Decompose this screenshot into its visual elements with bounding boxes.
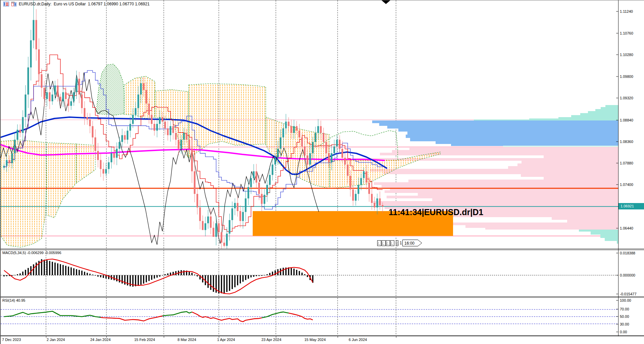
candle-body (347, 164, 349, 176)
candle-body (105, 169, 107, 174)
candle-body (199, 207, 201, 221)
candle-body (304, 146, 306, 155)
candle-body (309, 153, 311, 165)
svg-text:16:00: 16:00 (404, 241, 414, 246)
time-axis-label: 15 May 2024 (304, 338, 326, 342)
candle-body (172, 126, 174, 133)
macd-histogram-bar (296, 270, 297, 275)
macd-histogram-bar (19, 274, 21, 275)
tofu-glyph-box (382, 240, 386, 246)
macd-histogram-bar (291, 268, 292, 275)
macd-histogram-bar (60, 264, 61, 275)
time-axis-tick (338, 336, 338, 338)
candle-body (215, 223, 217, 237)
profile-pink (567, 220, 618, 223)
macd-histogram-bar (283, 268, 284, 275)
macd-histogram-bar (46, 260, 48, 275)
macd-histogram-bar (234, 275, 236, 287)
macd-histogram-bar (97, 275, 99, 277)
price-axis-label: 1.07400 (620, 182, 633, 187)
candle-body (19, 130, 21, 133)
macd-histogram-bar (17, 274, 18, 275)
candle-body (229, 220, 231, 234)
panel-separator[interactable] (1, 296, 644, 297)
profile-cyan-top (474, 119, 618, 120)
price-axis[interactable]: 1.112401.107601.102801.098001.093201.088… (618, 0, 644, 336)
time-axis-label: 7 Dec 2023 (2, 338, 21, 342)
bar-chart-icon[interactable] (11, 2, 17, 6)
candle-body (143, 83, 145, 90)
candle-body (232, 208, 233, 220)
profile-blue (436, 141, 618, 144)
candle-body (95, 137, 96, 151)
macd-histogram-bar (135, 275, 136, 286)
profile-cyan-top (588, 111, 618, 113)
profile-cyan-bottom (600, 235, 618, 238)
panel-separator[interactable] (1, 249, 644, 249)
candle-body (28, 67, 29, 95)
profile-cyan-top (571, 115, 618, 117)
candle-body (379, 198, 381, 205)
macd-histogram-bar (248, 275, 249, 279)
candle-body (52, 95, 53, 101)
time-axis[interactable]: 7 Dec 20232 Jan 202424 Jan 202415 Feb 20… (1, 336, 644, 344)
tofu-glyph-box (386, 240, 390, 246)
kumo-c (76, 144, 95, 183)
rsi-panel[interactable] (1, 298, 618, 335)
candle-body (344, 158, 346, 164)
candle-body (323, 133, 325, 142)
main-chart-plot[interactable] (1, 0, 618, 249)
macd-histogram-bar (22, 272, 23, 275)
macd-histogram-bar (156, 275, 158, 278)
panel-separator (1, 250, 644, 250)
candle-body (374, 203, 376, 207)
candle-body (97, 151, 99, 160)
candle-body (151, 115, 153, 124)
candle-body (226, 234, 228, 246)
candle-body (328, 153, 330, 162)
time-axis-tick (164, 336, 164, 338)
macd-histogram-bar (240, 275, 241, 283)
candle-body (371, 194, 373, 203)
macd-histogram-bar (70, 267, 72, 275)
profile-pink (508, 166, 618, 169)
macd-histogram-bar (301, 273, 303, 275)
profile-pink (438, 223, 618, 225)
candle-body (350, 176, 351, 189)
candle-body (170, 126, 171, 135)
macd-histogram-bar (57, 263, 58, 275)
tofu-glyph-box (396, 240, 398, 246)
macd-histogram-bar (269, 273, 270, 275)
macd-histogram-bar (256, 275, 257, 276)
panel-separator (1, 335, 644, 336)
candle-body (162, 117, 163, 121)
chart-properties-icon[interactable] (3, 2, 9, 6)
macd-histogram-bar (87, 273, 88, 275)
macd-histogram-bar (33, 264, 34, 275)
rsi-line-segment (162, 312, 192, 316)
candle-body (159, 117, 161, 124)
macd-panel[interactable] (1, 250, 618, 296)
rsi-line-segment (289, 313, 313, 320)
countdown-time-tag: 16:00 (402, 240, 423, 246)
macd-histogram-bar (54, 262, 56, 275)
macd-histogram-bar (89, 274, 91, 275)
candle-body (272, 164, 274, 175)
macd-histogram-bar (62, 265, 64, 275)
macd-histogram-bar (229, 275, 230, 291)
candle-body (339, 140, 341, 149)
time-axis-label: 1 Apr 2024 (217, 338, 235, 342)
candle-body (62, 92, 64, 101)
candle-body (44, 88, 45, 99)
down-triangle-marker[interactable] (382, 0, 390, 4)
tofu-glyph-box (390, 240, 394, 246)
macd-histogram-bar (100, 275, 101, 277)
candle-body (111, 153, 112, 162)
macd-histogram-bar (140, 275, 142, 285)
profile-pink (373, 201, 618, 204)
candle-body (156, 124, 158, 131)
candle-body (210, 216, 212, 228)
macd-histogram-bar (68, 266, 69, 275)
macd-histogram-bar (154, 275, 155, 279)
macd-histogram-bar (299, 271, 300, 275)
